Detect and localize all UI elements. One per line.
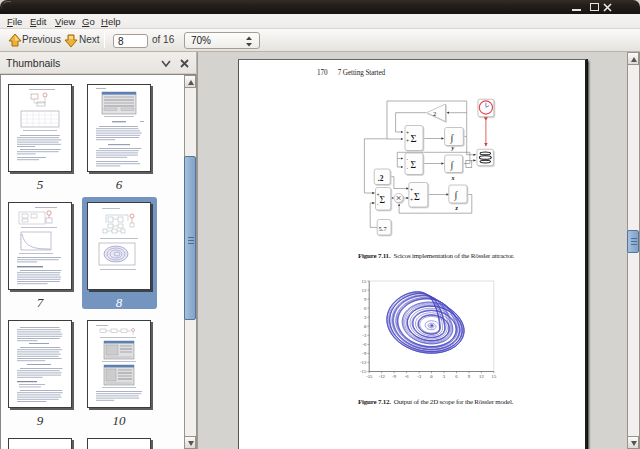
svg-text:12: 12 — [479, 374, 484, 379]
svg-text:+: + — [410, 187, 413, 192]
svg-text:+: + — [410, 197, 413, 202]
svg-text:-12: -12 — [360, 360, 367, 365]
svg-text:-15: -15 — [360, 369, 367, 374]
svg-text:-6: -6 — [362, 342, 367, 347]
svg-text:2: 2 — [433, 110, 436, 117]
svg-text:-9: -9 — [362, 351, 367, 356]
svg-text:-9: -9 — [392, 374, 397, 379]
svg-text:15: 15 — [362, 279, 367, 284]
svg-text:-15: -15 — [366, 374, 373, 379]
svg-text:15: 15 — [492, 374, 497, 379]
svg-text:0: 0 — [364, 324, 367, 329]
svg-text:6: 6 — [455, 374, 458, 379]
svg-text:0: 0 — [430, 374, 433, 379]
svg-text:5.7: 5.7 — [379, 225, 388, 232]
svg-text:+: + — [406, 130, 409, 135]
svg-text:Σ: Σ — [411, 160, 417, 170]
svg-text:+: + — [377, 192, 380, 197]
svg-text:12: 12 — [362, 288, 367, 293]
svg-text:Σ: Σ — [379, 195, 385, 205]
svg-text:Σ: Σ — [414, 191, 420, 202]
svg-text:-3: -3 — [362, 333, 367, 338]
svg-text:x: x — [451, 175, 455, 181]
svg-text:9: 9 — [364, 297, 367, 302]
svg-text:-3: -3 — [417, 374, 422, 379]
svg-text:+: + — [406, 138, 409, 143]
svg-text:3: 3 — [364, 315, 367, 320]
svg-text:3: 3 — [443, 374, 446, 379]
svg-text:6: 6 — [364, 306, 367, 311]
svg-text:y: y — [451, 145, 455, 151]
svg-text:-6: -6 — [405, 374, 410, 379]
svg-text:.2: .2 — [378, 174, 384, 183]
svg-text:Σ: Σ — [411, 133, 417, 144]
svg-text:-12: -12 — [379, 374, 386, 379]
svg-text:9: 9 — [468, 374, 471, 379]
svg-text:z: z — [455, 205, 459, 211]
